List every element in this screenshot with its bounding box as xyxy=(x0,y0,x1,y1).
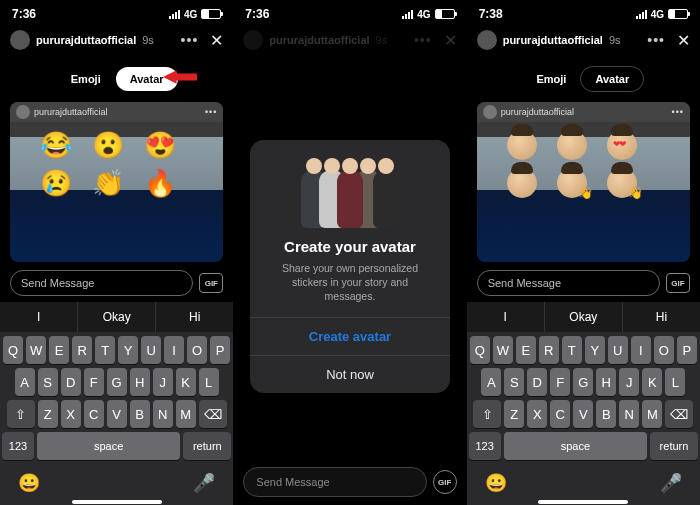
key-o[interactable]: O xyxy=(187,336,207,364)
key-g[interactable]: G xyxy=(107,368,127,396)
key-a[interactable]: A xyxy=(15,368,35,396)
suggestion-1[interactable]: I xyxy=(467,302,545,332)
key-a[interactable]: A xyxy=(481,368,501,396)
key-w[interactable]: W xyxy=(493,336,513,364)
key-x[interactable]: X xyxy=(527,400,547,428)
suggestion-2[interactable]: Okay xyxy=(78,302,156,332)
emoji-keyboard-icon[interactable]: 😀 xyxy=(18,472,40,494)
avatar-reaction-shock[interactable] xyxy=(557,130,587,160)
key-n[interactable]: N xyxy=(619,400,639,428)
close-icon[interactable]: ✕ xyxy=(210,31,223,50)
reaction-heart-eyes[interactable]: 😍 xyxy=(144,130,176,161)
key-space[interactable]: space xyxy=(37,432,180,460)
key-l[interactable]: L xyxy=(665,368,685,396)
avatar-reaction-cry[interactable] xyxy=(507,168,537,198)
key-c[interactable]: C xyxy=(550,400,570,428)
key-e[interactable]: E xyxy=(49,336,69,364)
key-b[interactable]: B xyxy=(130,400,150,428)
key-u[interactable]: U xyxy=(141,336,161,364)
key-numbers[interactable]: 123 xyxy=(2,432,34,460)
message-input[interactable]: Send Message xyxy=(477,270,660,296)
key-t[interactable]: T xyxy=(562,336,582,364)
home-indicator[interactable] xyxy=(72,500,162,504)
key-m[interactable]: M xyxy=(642,400,662,428)
message-input[interactable]: Send Message xyxy=(243,467,426,497)
user-avatar-icon[interactable] xyxy=(477,30,497,50)
suggestion-3[interactable]: Hi xyxy=(623,302,700,332)
create-avatar-button[interactable]: Create avatar xyxy=(250,317,450,355)
avatar-reaction-heart-eyes[interactable]: ❤❤ xyxy=(607,130,637,160)
key-numbers[interactable]: 123 xyxy=(469,432,501,460)
tab-emoji[interactable]: Emoji xyxy=(56,66,116,92)
key-p[interactable]: P xyxy=(210,336,230,364)
key-e[interactable]: E xyxy=(516,336,536,364)
key-s[interactable]: S xyxy=(504,368,524,396)
key-k[interactable]: K xyxy=(176,368,196,396)
key-c[interactable]: C xyxy=(84,400,104,428)
reaction-cry[interactable]: 😢 xyxy=(40,168,72,199)
key-n[interactable]: N xyxy=(153,400,173,428)
key-return[interactable]: return xyxy=(650,432,698,460)
key-y[interactable]: Y xyxy=(585,336,605,364)
avatar-reaction-wave[interactable] xyxy=(607,168,637,198)
reaction-laugh[interactable]: 😂 xyxy=(40,130,72,161)
key-g[interactable]: G xyxy=(573,368,593,396)
story-content[interactable]: pururajduttaofficial ••• 😂 😮 😍 😢 👏 🔥 xyxy=(10,102,223,262)
key-shift[interactable]: ⇧ xyxy=(473,400,501,428)
key-h[interactable]: H xyxy=(596,368,616,396)
more-icon[interactable]: ••• xyxy=(181,32,199,48)
gif-button[interactable]: GIF xyxy=(666,273,690,293)
username-label[interactable]: pururajduttaofficial xyxy=(503,34,603,46)
key-d[interactable]: D xyxy=(61,368,81,396)
mic-icon[interactable]: 🎤 xyxy=(193,472,215,494)
reaction-wow[interactable]: 😮 xyxy=(92,130,124,161)
close-icon[interactable]: ✕ xyxy=(677,31,690,50)
gif-button[interactable]: GIF xyxy=(433,470,457,494)
key-f[interactable]: F xyxy=(550,368,570,396)
key-z[interactable]: Z xyxy=(504,400,524,428)
key-s[interactable]: S xyxy=(38,368,58,396)
key-q[interactable]: Q xyxy=(470,336,490,364)
key-w[interactable]: W xyxy=(26,336,46,364)
key-d[interactable]: D xyxy=(527,368,547,396)
key-i[interactable]: I xyxy=(164,336,184,364)
key-f[interactable]: F xyxy=(84,368,104,396)
key-p[interactable]: P xyxy=(677,336,697,364)
key-j[interactable]: J xyxy=(153,368,173,396)
key-b[interactable]: B xyxy=(596,400,616,428)
reaction-fire[interactable]: 🔥 xyxy=(144,168,176,199)
key-i[interactable]: I xyxy=(631,336,651,364)
key-space[interactable]: space xyxy=(504,432,647,460)
modal-backdrop[interactable]: Create your avatar Share your own person… xyxy=(233,28,466,505)
key-x[interactable]: X xyxy=(61,400,81,428)
key-return[interactable]: return xyxy=(183,432,231,460)
suggestion-2[interactable]: Okay xyxy=(545,302,623,332)
key-z[interactable]: Z xyxy=(38,400,58,428)
key-r[interactable]: R xyxy=(72,336,92,364)
avatar-reaction-laugh[interactable] xyxy=(507,130,537,160)
key-t[interactable]: T xyxy=(95,336,115,364)
message-input[interactable]: Send Message xyxy=(10,270,193,296)
key-v[interactable]: V xyxy=(573,400,593,428)
key-u[interactable]: U xyxy=(608,336,628,364)
mic-icon[interactable]: 🎤 xyxy=(660,472,682,494)
key-k[interactable]: K xyxy=(642,368,662,396)
gif-button[interactable]: GIF xyxy=(199,273,223,293)
key-q[interactable]: Q xyxy=(3,336,23,364)
tab-avatar[interactable]: Avatar xyxy=(580,66,644,92)
story-content[interactable]: pururajduttaofficial ••• ❤❤ xyxy=(477,102,690,262)
key-y[interactable]: Y xyxy=(118,336,138,364)
username-label[interactable]: pururajduttaofficial xyxy=(36,34,136,46)
suggestion-1[interactable]: I xyxy=(0,302,78,332)
home-indicator[interactable] xyxy=(538,500,628,504)
suggestion-3[interactable]: Hi xyxy=(156,302,233,332)
reaction-clap[interactable]: 👏 xyxy=(92,168,124,199)
key-backspace[interactable]: ⌫ xyxy=(199,400,227,428)
tab-emoji[interactable]: Emoji xyxy=(522,67,580,91)
key-l[interactable]: L xyxy=(199,368,219,396)
user-avatar-icon[interactable] xyxy=(10,30,30,50)
key-j[interactable]: J xyxy=(619,368,639,396)
key-o[interactable]: O xyxy=(654,336,674,364)
key-v[interactable]: V xyxy=(107,400,127,428)
key-h[interactable]: H xyxy=(130,368,150,396)
